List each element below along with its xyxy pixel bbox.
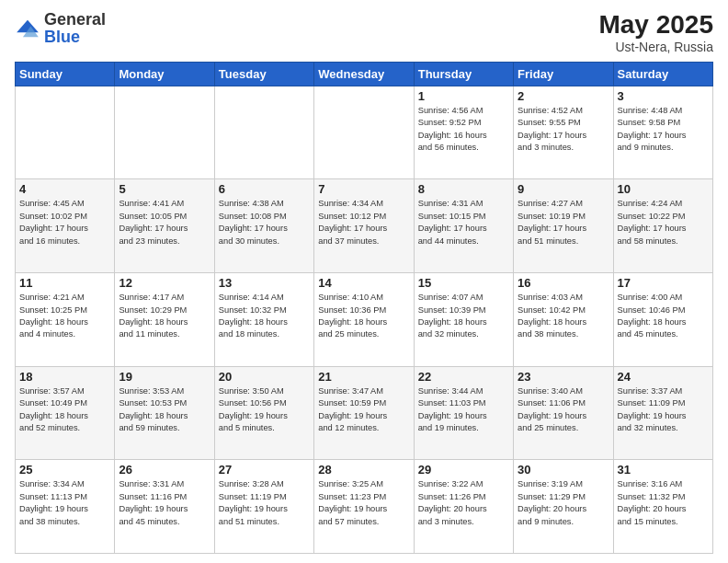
day-info: Sunrise: 4:27 AMSunset: 10:19 PMDaylight… — [518, 198, 609, 247]
day-info: Sunrise: 4:24 AMSunset: 10:22 PMDaylight… — [618, 198, 709, 247]
day-cell: 28Sunrise: 3:25 AMSunset: 11:23 PMDaylig… — [314, 460, 414, 554]
day-cell: 4Sunrise: 4:45 AMSunset: 10:02 PMDayligh… — [16, 179, 115, 273]
logo-blue: Blue — [44, 28, 80, 46]
day-number: 12 — [119, 276, 210, 290]
page: General Blue May 2025 Ust-Nera, Russia S… — [0, 0, 728, 563]
day-info: Sunrise: 4:21 AMSunset: 10:25 PMDaylight… — [19, 292, 110, 341]
day-info: Sunrise: 4:38 AMSunset: 10:08 PMDaylight… — [219, 198, 310, 247]
logo-icon — [15, 18, 40, 39]
day-info: Sunrise: 3:40 AMSunset: 11:06 PMDaylight… — [518, 385, 609, 435]
day-number: 17 — [618, 276, 709, 290]
day-cell: 8Sunrise: 4:31 AMSunset: 10:15 PMDayligh… — [414, 179, 513, 273]
day-number: 7 — [318, 182, 409, 196]
day-info: Sunrise: 4:07 AMSunset: 10:39 PMDaylight… — [418, 292, 509, 341]
col-header-friday: Friday — [514, 62, 613, 86]
day-cell: 15Sunrise: 4:07 AMSunset: 10:39 PMDaylig… — [414, 273, 513, 367]
day-number: 28 — [318, 463, 409, 477]
logo-text: General Blue — [44, 11, 106, 46]
day-cell: 11Sunrise: 4:21 AMSunset: 10:25 PMDaylig… — [16, 273, 115, 367]
day-cell: 12Sunrise: 4:17 AMSunset: 10:29 PMDaylig… — [115, 273, 214, 367]
logo: General Blue — [15, 11, 106, 46]
day-cell: 25Sunrise: 3:34 AMSunset: 11:13 PMDaylig… — [16, 460, 115, 554]
day-number: 3 — [618, 89, 709, 103]
day-cell: 24Sunrise: 3:37 AMSunset: 11:09 PMDaylig… — [613, 366, 712, 460]
day-cell: 6Sunrise: 4:38 AMSunset: 10:08 PMDayligh… — [214, 179, 313, 273]
day-info: Sunrise: 3:57 AMSunset: 10:49 PMDaylight… — [19, 385, 110, 435]
title-block: May 2025 Ust-Nera, Russia — [598, 11, 713, 54]
day-number: 5 — [119, 182, 210, 196]
day-number: 4 — [19, 182, 110, 196]
day-number: 6 — [219, 182, 310, 196]
title-location: Ust-Nera, Russia — [598, 40, 713, 54]
day-info: Sunrise: 3:44 AMSunset: 11:03 PMDaylight… — [418, 385, 509, 435]
day-info: Sunrise: 4:00 AMSunset: 10:46 PMDaylight… — [618, 292, 709, 341]
day-info: Sunrise: 4:45 AMSunset: 10:02 PMDaylight… — [19, 198, 110, 247]
day-cell — [314, 86, 414, 179]
day-number: 10 — [618, 182, 709, 196]
week-row-3: 11Sunrise: 4:21 AMSunset: 10:25 PMDaylig… — [16, 273, 713, 367]
day-cell: 9Sunrise: 4:27 AMSunset: 10:19 PMDayligh… — [514, 179, 613, 273]
day-cell — [115, 86, 214, 179]
day-cell — [214, 86, 313, 179]
week-row-4: 18Sunrise: 3:57 AMSunset: 10:49 PMDaylig… — [16, 366, 713, 460]
day-info: Sunrise: 3:16 AMSunset: 11:32 PMDaylight… — [618, 478, 709, 528]
day-info: Sunrise: 4:03 AMSunset: 10:42 PMDaylight… — [518, 292, 609, 341]
col-header-tuesday: Tuesday — [214, 62, 313, 86]
day-number: 11 — [19, 276, 110, 290]
col-header-thursday: Thursday — [414, 62, 513, 86]
day-number: 31 — [618, 463, 709, 477]
day-number: 21 — [318, 370, 409, 384]
day-info: Sunrise: 4:34 AMSunset: 10:12 PMDaylight… — [318, 198, 409, 247]
header: General Blue May 2025 Ust-Nera, Russia — [15, 11, 713, 54]
day-number: 26 — [119, 463, 210, 477]
logo-general: General — [44, 10, 106, 29]
day-cell: 2Sunrise: 4:52 AMSunset: 9:55 PMDaylight… — [514, 86, 613, 179]
day-number: 16 — [518, 276, 609, 290]
day-cell: 27Sunrise: 3:28 AMSunset: 11:19 PMDaylig… — [214, 460, 313, 554]
day-cell: 29Sunrise: 3:22 AMSunset: 11:26 PMDaylig… — [414, 460, 513, 554]
day-cell: 5Sunrise: 4:41 AMSunset: 10:05 PMDayligh… — [115, 179, 214, 273]
day-cell: 18Sunrise: 3:57 AMSunset: 10:49 PMDaylig… — [16, 366, 115, 460]
day-cell: 10Sunrise: 4:24 AMSunset: 10:22 PMDaylig… — [613, 179, 712, 273]
day-number: 27 — [219, 463, 310, 477]
day-cell: 23Sunrise: 3:40 AMSunset: 11:06 PMDaylig… — [514, 366, 613, 460]
day-info: Sunrise: 3:37 AMSunset: 11:09 PMDaylight… — [618, 385, 709, 435]
day-cell: 31Sunrise: 3:16 AMSunset: 11:32 PMDaylig… — [613, 460, 712, 554]
day-cell: 14Sunrise: 4:10 AMSunset: 10:36 PMDaylig… — [314, 273, 414, 367]
day-info: Sunrise: 4:14 AMSunset: 10:32 PMDaylight… — [219, 292, 310, 341]
day-cell: 7Sunrise: 4:34 AMSunset: 10:12 PMDayligh… — [314, 179, 414, 273]
day-cell: 26Sunrise: 3:31 AMSunset: 11:16 PMDaylig… — [115, 460, 214, 554]
day-number: 20 — [219, 370, 310, 384]
day-number: 13 — [219, 276, 310, 290]
day-info: Sunrise: 4:41 AMSunset: 10:05 PMDaylight… — [119, 198, 210, 247]
day-cell: 3Sunrise: 4:48 AMSunset: 9:58 PMDaylight… — [613, 86, 712, 179]
day-number: 8 — [418, 182, 509, 196]
day-info: Sunrise: 3:19 AMSunset: 11:29 PMDaylight… — [518, 478, 609, 528]
day-number: 19 — [119, 370, 210, 384]
day-info: Sunrise: 4:17 AMSunset: 10:29 PMDaylight… — [119, 292, 210, 341]
col-header-sunday: Sunday — [16, 62, 115, 86]
col-header-saturday: Saturday — [613, 62, 712, 86]
day-info: Sunrise: 4:10 AMSunset: 10:36 PMDaylight… — [318, 292, 409, 341]
day-cell — [16, 86, 115, 179]
day-number: 24 — [618, 370, 709, 384]
day-cell: 21Sunrise: 3:47 AMSunset: 10:59 PMDaylig… — [314, 366, 414, 460]
day-info: Sunrise: 3:50 AMSunset: 10:56 PMDaylight… — [219, 385, 310, 435]
day-info: Sunrise: 3:47 AMSunset: 10:59 PMDaylight… — [318, 385, 409, 435]
day-number: 1 — [418, 89, 509, 103]
day-info: Sunrise: 4:52 AMSunset: 9:55 PMDaylight:… — [518, 105, 609, 155]
day-number: 22 — [418, 370, 509, 384]
day-info: Sunrise: 3:53 AMSunset: 10:53 PMDaylight… — [119, 385, 210, 435]
col-header-monday: Monday — [115, 62, 214, 86]
day-info: Sunrise: 3:31 AMSunset: 11:16 PMDaylight… — [119, 478, 210, 528]
title-month: May 2025 — [598, 11, 713, 40]
day-cell: 13Sunrise: 4:14 AMSunset: 10:32 PMDaylig… — [214, 273, 313, 367]
day-number: 29 — [418, 463, 509, 477]
day-info: Sunrise: 3:34 AMSunset: 11:13 PMDaylight… — [19, 478, 110, 528]
day-info: Sunrise: 4:31 AMSunset: 10:15 PMDaylight… — [418, 198, 509, 247]
day-cell: 22Sunrise: 3:44 AMSunset: 11:03 PMDaylig… — [414, 366, 513, 460]
day-number: 15 — [418, 276, 509, 290]
day-info: Sunrise: 4:48 AMSunset: 9:58 PMDaylight:… — [618, 105, 709, 155]
day-cell: 17Sunrise: 4:00 AMSunset: 10:46 PMDaylig… — [613, 273, 712, 367]
day-number: 18 — [19, 370, 110, 384]
